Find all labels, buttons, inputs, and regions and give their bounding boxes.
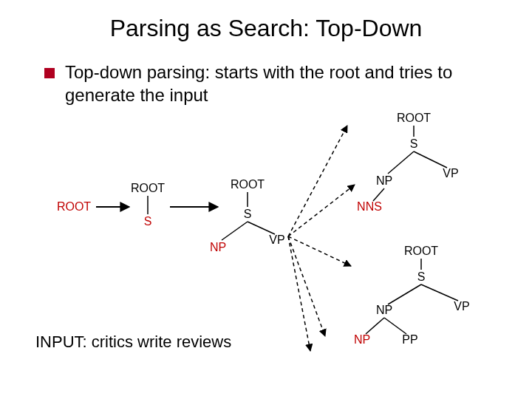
t2-s: S: [244, 208, 252, 221]
svg-line-16: [288, 185, 355, 236]
svg-line-4: [222, 222, 248, 240]
t2-np: NP: [210, 241, 226, 254]
t3-s: S: [410, 137, 418, 151]
t4-np: NP: [376, 304, 392, 317]
description-text: Top-down parsing: starts with the root a…: [65, 61, 494, 106]
svg-line-17: [288, 236, 351, 266]
t4-np2: NP: [354, 333, 370, 347]
svg-line-14: [384, 318, 406, 334]
svg-line-19: [288, 236, 310, 351]
t2-root: ROOT: [231, 178, 265, 191]
t3-nns: NNS: [357, 200, 382, 214]
t4-pp: PP: [402, 333, 417, 347]
bullet-icon: [44, 68, 55, 78]
t2-vp: VP: [269, 233, 284, 247]
svg-line-12: [421, 284, 458, 301]
t4-vp: VP: [454, 300, 469, 313]
t3-np: NP: [376, 174, 392, 188]
svg-line-9: [373, 188, 384, 201]
t3-vp: VP: [443, 167, 458, 180]
t3-root: ROOT: [397, 112, 431, 125]
svg-line-5: [248, 222, 275, 234]
svg-line-13: [366, 318, 384, 334]
svg-line-7: [388, 151, 414, 174]
t0-root: ROOT: [57, 200, 91, 214]
page-title: Parsing as Search: Top-Down: [0, 15, 532, 42]
t4-s: S: [417, 270, 426, 284]
t1-root: ROOT: [131, 182, 165, 195]
t4-root: ROOT: [404, 245, 438, 258]
svg-line-15: [288, 126, 347, 236]
input-line: INPUT: critics write reviews: [35, 332, 231, 352]
svg-line-8: [414, 151, 447, 168]
svg-line-11: [388, 284, 421, 304]
t1-s: S: [144, 215, 152, 228]
svg-line-18: [288, 236, 325, 336]
